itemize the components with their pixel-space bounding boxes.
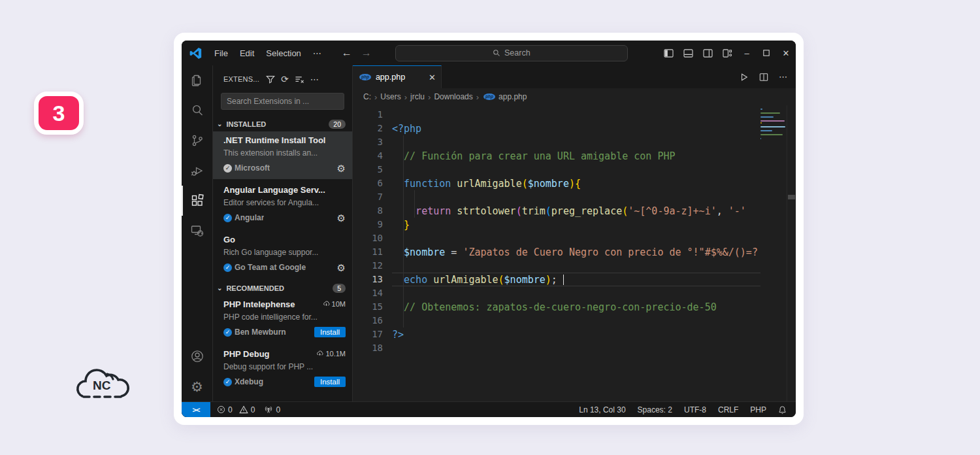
ports-indicator[interactable]: 0 xyxy=(264,405,280,414)
section-header-recommended[interactable]: ⌄RECOMMENDED5 xyxy=(213,280,352,295)
line-number[interactable]: 3 xyxy=(353,135,383,149)
status-eol[interactable]: CRLF xyxy=(718,405,738,414)
line-number[interactable]: 17 xyxy=(353,328,383,341)
code-line[interactable] xyxy=(392,108,760,122)
section-label: INSTALLED xyxy=(226,120,266,128)
remote-explorer-icon[interactable] xyxy=(182,216,213,246)
more-actions-icon[interactable]: ⋯ xyxy=(779,72,788,82)
breadcrumb-item[interactable]: app.php xyxy=(498,92,527,101)
filter-icon[interactable] xyxy=(266,75,275,84)
code-line[interactable] xyxy=(392,231,760,245)
code-line[interactable]: function urlAmigable($nombre){ xyxy=(392,177,760,190)
vertical-scrollbar[interactable] xyxy=(787,105,796,401)
toggle-primary-sidebar-icon[interactable] xyxy=(659,41,678,65)
notifications-bell-icon[interactable] xyxy=(778,405,787,414)
line-number[interactable]: 5 xyxy=(353,163,383,177)
extension-item[interactable]: Angular Language Serv...Editor services … xyxy=(213,181,352,229)
line-number[interactable]: 12 xyxy=(353,259,383,273)
nav-forward-icon[interactable]: → xyxy=(361,47,372,59)
tab-close-icon[interactable]: ✕ xyxy=(429,73,436,82)
status-cursor-position[interactable]: Ln 13, Col 30 xyxy=(579,405,625,414)
extension-item[interactable]: GoRich Go language suppor...✓Go Team at … xyxy=(213,231,352,278)
line-number[interactable]: 1 xyxy=(353,108,383,122)
toggle-panel-icon[interactable] xyxy=(678,41,698,65)
problems-indicator[interactable]: 0 0 xyxy=(217,405,255,414)
code-line[interactable] xyxy=(392,190,760,204)
line-number[interactable]: 11 xyxy=(353,245,383,259)
code-line[interactable]: <?php xyxy=(392,122,760,135)
code-editor[interactable]: 123456789101112131415161718 <?php // Fun… xyxy=(353,105,796,401)
breadcrumb-item[interactable]: Downloads xyxy=(434,92,472,101)
refresh-icon[interactable]: ⟳ xyxy=(281,74,289,84)
toggle-secondary-sidebar-icon[interactable] xyxy=(698,41,717,65)
line-number[interactable]: 4 xyxy=(353,149,383,163)
breadcrumb-item[interactable]: C: xyxy=(363,92,371,101)
section-header-installed[interactable]: ⌄INSTALLED20 xyxy=(213,116,352,131)
manage-gear-icon[interactable]: ⚙ xyxy=(337,213,346,223)
line-number[interactable]: 14 xyxy=(353,286,383,300)
code-line[interactable] xyxy=(392,341,760,355)
extension-item[interactable]: .NET Runtime Install ToolThis extension … xyxy=(213,131,352,179)
status-language-mode[interactable]: PHP xyxy=(750,405,766,414)
manage-gear-icon[interactable]: ⚙ xyxy=(337,163,346,173)
run-debug-icon[interactable] xyxy=(182,156,213,186)
close-icon[interactable]: ✕ xyxy=(776,41,796,65)
code-line[interactable] xyxy=(392,135,760,149)
clear-search-results-icon[interactable] xyxy=(295,75,304,84)
settings-gear-icon[interactable]: ⚙ xyxy=(182,371,213,401)
explorer-icon[interactable] xyxy=(182,65,213,95)
line-number[interactable]: 16 xyxy=(353,314,383,328)
code-line[interactable] xyxy=(392,163,760,177)
more-actions-icon[interactable]: ⋯ xyxy=(310,75,319,84)
line-number[interactable]: 2 xyxy=(353,122,383,135)
line-number[interactable]: 8 xyxy=(353,204,383,218)
code-line[interactable]: echo urlAmigable($nombre); xyxy=(392,273,760,286)
menu-more[interactable]: ⋯ xyxy=(307,46,327,61)
breadcrumb-item[interactable]: Users xyxy=(380,92,400,101)
line-number-gutter[interactable]: 123456789101112131415161718 xyxy=(353,105,383,401)
source-control-icon[interactable] xyxy=(182,126,213,156)
code-line[interactable]: $nombre = 'Zapatos de Cuero Negro con pr… xyxy=(392,245,760,259)
line-number[interactable]: 18 xyxy=(353,341,383,355)
status-indentation[interactable]: Spaces: 2 xyxy=(638,405,672,414)
breadcrumb-item[interactable]: jrclu xyxy=(410,92,425,101)
minimize-icon[interactable]: – xyxy=(737,41,757,65)
code-line[interactable]: } xyxy=(392,218,760,231)
scrollbar-thumb[interactable] xyxy=(788,195,795,199)
line-number[interactable]: 9 xyxy=(353,218,383,231)
nav-back-icon[interactable]: ← xyxy=(342,47,352,59)
menu-selection[interactable]: Selection xyxy=(260,46,306,61)
menu-edit[interactable]: Edit xyxy=(234,46,260,61)
line-number[interactable]: 10 xyxy=(353,231,383,245)
code-line[interactable]: return strtolower(trim(preg_replace('~[^… xyxy=(392,204,760,218)
line-number[interactable]: 13 xyxy=(353,273,383,286)
code-line[interactable]: // Función para crear una URL amigable c… xyxy=(392,149,760,163)
code-line[interactable] xyxy=(392,314,760,328)
tab-app-php[interactable]: php app.php ✕ xyxy=(353,65,442,88)
command-center-search[interactable]: Search xyxy=(395,45,628,61)
line-number[interactable]: 15 xyxy=(353,300,383,314)
install-button[interactable]: Install xyxy=(314,327,346,337)
line-number[interactable]: 7 xyxy=(353,190,383,204)
run-icon[interactable] xyxy=(740,73,749,82)
accounts-icon[interactable] xyxy=(182,341,213,371)
remote-indicator[interactable]: >< xyxy=(182,402,210,417)
code-line[interactable] xyxy=(392,286,760,300)
search-icon[interactable] xyxy=(182,95,213,126)
customize-layout-icon[interactable] xyxy=(717,41,737,65)
minimap[interactable] xyxy=(760,107,787,401)
line-number[interactable]: 6 xyxy=(353,177,383,190)
code-line[interactable]: ?> xyxy=(392,328,760,341)
split-editor-icon[interactable] xyxy=(759,73,768,82)
extension-item[interactable]: PHP Debug 10.1MDebug support for PHP ...… xyxy=(213,345,352,393)
code-line[interactable] xyxy=(392,259,760,273)
code-line[interactable]: // Obtenemos: zapatos-de-cuero-negro-con… xyxy=(392,300,760,314)
extensions-icon[interactable] xyxy=(182,186,213,216)
install-button[interactable]: Install xyxy=(314,377,346,387)
status-encoding[interactable]: UTF-8 xyxy=(684,405,706,414)
menu-file[interactable]: File xyxy=(208,46,234,61)
maximize-icon[interactable] xyxy=(757,41,776,65)
extensions-search-input[interactable]: Search Extensions in ... xyxy=(221,93,344,110)
manage-gear-icon[interactable]: ⚙ xyxy=(337,263,346,273)
extension-item[interactable]: PHP Intelephense 10MPHP code intelligenc… xyxy=(213,295,352,343)
